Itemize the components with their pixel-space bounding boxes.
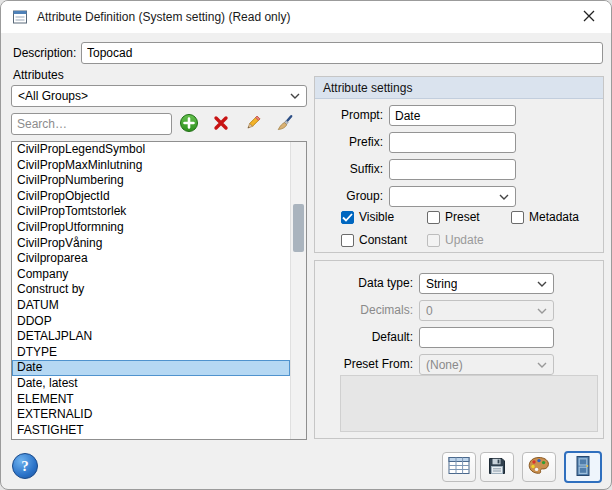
table-grid-icon <box>448 456 470 478</box>
preset-from-dropdown: (None) <box>419 354 554 375</box>
list-item[interactable]: CivilPropUtformning <box>12 220 290 236</box>
attribute-list: CivilPropLegendSymbolCivilPropMaxMinlutn… <box>12 142 290 439</box>
visible-checkbox[interactable]: Visible <box>341 210 394 224</box>
chevron-down-icon <box>537 281 547 287</box>
attributes-label: Attributes <box>13 68 64 82</box>
attribute-settings-title: Attribute settings <box>315 77 603 99</box>
list-item[interactable]: DETALJPLAN <box>12 329 290 345</box>
list-item[interactable]: Date <box>12 360 290 376</box>
scrollbar-thumb[interactable] <box>293 204 304 252</box>
close-icon <box>583 10 595 25</box>
chevron-down-icon <box>290 93 300 99</box>
default-label: Default: <box>321 330 413 344</box>
constant-label: Constant <box>359 233 407 247</box>
preset-from-label: Preset From: <box>321 357 413 371</box>
add-attribute-button[interactable] <box>175 111 203 137</box>
attribute-settings-group: Attribute settings Prompt: Prefix: Suffi… <box>314 76 604 253</box>
search-input[interactable] <box>11 113 172 135</box>
help-button[interactable]: ? <box>11 452 39 480</box>
title-bar: Attribute Definition (System setting) (R… <box>1 1 611 33</box>
app-icon <box>12 9 28 25</box>
prefix-input[interactable] <box>389 132 516 153</box>
type-settings-group: Data type: String Decimals: 0 Default: P… <box>314 260 604 439</box>
decimals-dropdown: 0 <box>419 300 554 321</box>
list-item[interactable]: FASTIGHET <box>12 423 290 439</box>
red-cross-icon <box>212 114 230 135</box>
visible-label: Visible <box>359 210 394 224</box>
update-checkbox: Update <box>427 233 484 247</box>
appearance-button[interactable] <box>522 452 556 482</box>
attribute-toolbar <box>175 111 299 137</box>
window-title: Attribute Definition (System setting) (R… <box>37 10 290 24</box>
exit-button[interactable] <box>564 451 602 483</box>
list-item[interactable]: CivilPropMaxMinlutning <box>12 158 290 174</box>
list-scrollbar[interactable] <box>290 142 306 439</box>
save-button[interactable] <box>480 452 514 482</box>
list-item[interactable]: Date, latest <box>12 376 290 392</box>
group-filter-dropdown[interactable]: <All Groups> <box>11 85 307 107</box>
preset-values-box <box>340 375 598 432</box>
group-dropdown[interactable] <box>389 186 516 207</box>
list-item[interactable]: DDOP <box>12 314 290 330</box>
suffix-label: Suffix: <box>321 162 383 176</box>
group-filter-value: <All Groups> <box>18 89 88 103</box>
list-item[interactable]: CivilPropObjectId <box>12 189 290 205</box>
attribute-listbox: CivilPropLegendSymbolCivilPropMaxMinlutn… <box>11 141 307 440</box>
decimals-value: 0 <box>426 304 433 318</box>
checkbox-box <box>427 234 440 247</box>
update-label: Update <box>445 233 484 247</box>
list-item[interactable]: DTYPE <box>12 345 290 361</box>
list-item[interactable]: EXTERNALID <box>12 407 290 423</box>
checkbox-box <box>511 211 524 224</box>
metadata-label: Metadata <box>529 210 579 224</box>
edit-attribute-button[interactable] <box>239 111 267 137</box>
chevron-down-icon <box>537 362 547 368</box>
delete-attribute-button[interactable] <box>207 111 235 137</box>
preset-checkbox[interactable]: Preset <box>427 210 480 224</box>
data-type-label: Data type: <box>321 276 413 290</box>
default-input[interactable] <box>419 327 554 348</box>
prompt-label: Prompt: <box>321 108 383 122</box>
close-button[interactable] <box>567 1 611 33</box>
list-item[interactable]: CivilPropLegendSymbol <box>12 142 290 158</box>
constant-checkbox[interactable]: Constant <box>341 233 407 247</box>
checkbox-box <box>341 211 354 224</box>
description-label: Description: <box>13 46 76 60</box>
attribute-table-button[interactable] <box>442 452 476 482</box>
question-mark-icon: ? <box>11 452 39 480</box>
door-exit-icon <box>575 455 591 480</box>
chevron-down-icon <box>499 194 509 200</box>
chevron-down-icon <box>537 308 547 314</box>
preset-label: Preset <box>445 210 480 224</box>
list-item[interactable]: CivilPropNumbering <box>12 173 290 189</box>
attribute-definition-dialog: Attribute Definition (System setting) (R… <box>0 0 612 490</box>
list-item[interactable]: CivilPropVåning <box>12 236 290 252</box>
palette-icon <box>528 456 550 478</box>
list-item[interactable]: Civilproparea <box>12 251 290 267</box>
list-item[interactable]: DATUM <box>12 298 290 314</box>
description-input[interactable] <box>81 42 603 64</box>
list-item[interactable]: Company <box>12 267 290 283</box>
checkbox-box <box>341 234 354 247</box>
decimals-label: Decimals: <box>321 303 413 317</box>
prefix-label: Prefix: <box>321 135 383 149</box>
metadata-checkbox[interactable]: Metadata <box>511 210 579 224</box>
data-type-dropdown[interactable]: String <box>419 273 554 294</box>
preset-from-value: (None) <box>426 358 463 372</box>
clean-attribute-button[interactable] <box>271 111 299 137</box>
checkbox-box <box>427 211 440 224</box>
group-label: Group: <box>321 189 383 203</box>
green-plus-icon <box>179 113 199 136</box>
save-floppy-icon <box>487 456 507 479</box>
data-type-value: String <box>426 277 457 291</box>
prompt-input[interactable] <box>389 105 516 126</box>
brush-icon <box>276 114 294 135</box>
list-item[interactable]: Construct by <box>12 282 290 298</box>
suffix-input[interactable] <box>389 159 516 180</box>
list-item[interactable]: CivilPropTomtstorlek <box>12 204 290 220</box>
list-item[interactable]: ELEMENT <box>12 392 290 408</box>
pencil-icon <box>244 114 262 135</box>
